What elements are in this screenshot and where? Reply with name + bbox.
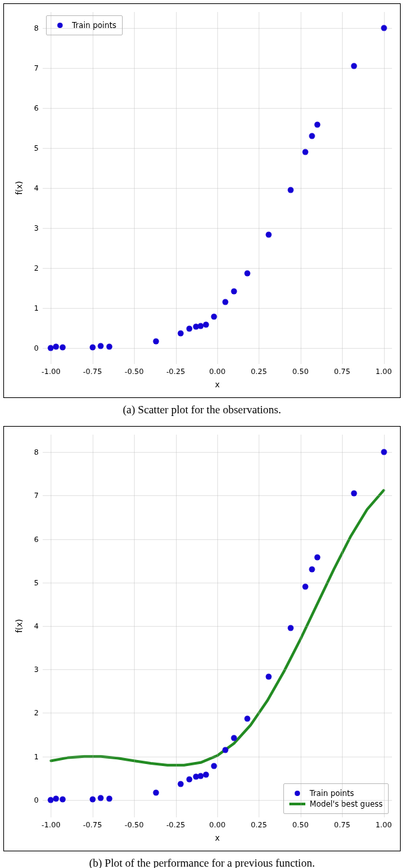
chart-b-xlabel: x [215, 833, 219, 843]
data-point [223, 299, 229, 305]
legend-item-train-points: Train points [289, 789, 383, 798]
y-tick-label: 5 [34, 144, 39, 153]
y-tick-label: 8 [34, 448, 39, 457]
data-point [309, 567, 315, 573]
data-point [89, 796, 95, 802]
dot-icon [295, 791, 300, 796]
x-tick-label: 0.50 [293, 367, 309, 376]
data-point [351, 63, 357, 69]
legend-item-model-guess: Model's best guess [289, 799, 383, 809]
y-tick-label: 0 [34, 344, 39, 353]
y-tick-label: 0 [34, 795, 39, 804]
grid-line [43, 28, 392, 29]
x-tick-label: -0.75 [83, 367, 102, 376]
grid-line [43, 308, 392, 309]
chart-b-plot-area: Train points Model's best guess x f(x) -… [43, 435, 392, 817]
data-point [106, 795, 112, 801]
chart-b-container: Train points Model's best guess x f(x) -… [3, 426, 401, 851]
legend-label: Model's best guess [309, 799, 383, 809]
grid-line [43, 188, 392, 189]
data-point [244, 715, 250, 721]
y-tick-label: 8 [34, 24, 39, 33]
data-point [186, 326, 192, 332]
y-tick-label: 7 [34, 64, 39, 73]
data-point [287, 187, 293, 193]
y-tick-label: 2 [34, 709, 39, 717]
data-point [314, 554, 320, 560]
x-tick-label: -0.75 [83, 821, 102, 829]
data-point [244, 270, 250, 276]
data-point [106, 344, 112, 350]
data-point [153, 338, 159, 344]
x-tick-label: -0.50 [125, 367, 143, 376]
legend-label: Train points [309, 789, 354, 798]
grid-line [43, 452, 392, 453]
grid-line [43, 228, 392, 229]
x-tick-label: -0.50 [125, 821, 143, 829]
data-point [266, 232, 272, 238]
chart-b-ylabel: f(x) [15, 619, 24, 633]
grid-line [43, 713, 392, 713]
data-point [309, 133, 315, 139]
x-tick-label: -0.25 [166, 821, 185, 829]
data-point [53, 344, 59, 350]
data-point [59, 344, 65, 350]
grid-line [43, 68, 392, 69]
grid-line [43, 626, 392, 627]
chart-a-container: Train points x f(x) -1.00-0.75-0.50-0.25… [3, 3, 401, 398]
y-tick-label: 3 [34, 665, 39, 674]
data-point [381, 449, 387, 455]
y-tick-label: 2 [34, 264, 39, 273]
data-point [287, 625, 293, 631]
chart-a-xlabel: x [215, 380, 219, 389]
grid-line [43, 583, 392, 583]
chart-a-plot-area: Train points x f(x) -1.00-0.75-0.50-0.25… [43, 12, 392, 364]
y-tick-label: 1 [34, 752, 39, 761]
grid-line [43, 148, 392, 149]
dot-icon [57, 23, 63, 28]
x-tick-label: -1.00 [41, 367, 60, 376]
y-tick-label: 3 [34, 224, 39, 233]
x-tick-label: 0.00 [209, 367, 226, 376]
data-point [59, 796, 65, 802]
chart-a-legend: Train points [46, 15, 123, 35]
y-tick-label: 4 [34, 622, 39, 631]
y-tick-label: 6 [34, 535, 39, 543]
data-point [98, 343, 104, 349]
x-tick-label: -0.25 [166, 367, 185, 376]
grid-line [43, 539, 392, 540]
x-tick-label: 0.25 [251, 367, 267, 376]
data-point [203, 772, 209, 778]
data-point [203, 322, 209, 328]
data-point [98, 795, 104, 801]
grid-line [43, 268, 392, 269]
y-tick-label: 5 [34, 578, 39, 587]
chart-a-ylabel: f(x) [15, 181, 24, 195]
data-point [153, 789, 159, 795]
x-tick-label: 0.75 [334, 367, 351, 376]
data-point [186, 776, 192, 782]
data-point [211, 763, 217, 769]
data-point [178, 330, 184, 336]
x-tick-label: 0.25 [251, 821, 267, 829]
data-point [381, 25, 387, 31]
x-tick-label: 0.50 [293, 821, 309, 829]
chart-a-caption: (a) Scatter plot for the observations. [3, 403, 401, 417]
data-point [53, 795, 59, 801]
grid-line [43, 757, 392, 757]
data-point [231, 735, 237, 741]
data-point [223, 747, 229, 753]
data-point [314, 122, 320, 128]
data-point [351, 491, 357, 497]
chart-b-caption: (b) Plot of the performance for a previo… [3, 857, 401, 868]
grid-line [43, 495, 392, 496]
data-point [231, 288, 237, 294]
x-tick-label: -1.00 [41, 821, 60, 829]
x-tick-label: 1.00 [375, 367, 392, 376]
x-tick-label: 1.00 [375, 821, 392, 829]
x-tick-label: 0.75 [334, 821, 351, 829]
line-icon [289, 803, 305, 805]
chart-b-legend: Train points Model's best guess [283, 783, 389, 814]
data-point [266, 674, 272, 680]
y-tick-label: 7 [34, 491, 39, 500]
